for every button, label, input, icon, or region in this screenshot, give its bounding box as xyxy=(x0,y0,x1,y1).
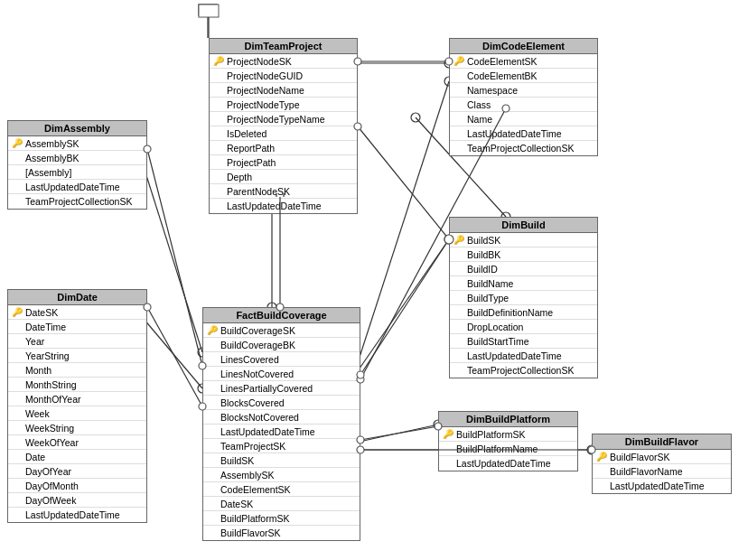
svg-line-49 xyxy=(360,239,449,375)
field-buildtype: BuildType xyxy=(450,291,597,305)
svg-line-55 xyxy=(360,426,438,440)
entity-dimbuild: DimBuild 🔑BuildSK BuildBK BuildID BuildN… xyxy=(449,217,598,378)
field-droplocation: DropLocation xyxy=(450,320,597,334)
field-reportpath: ReportPath xyxy=(210,141,357,155)
svg-line-37 xyxy=(147,149,202,366)
field-isdeleted: IsDeleted xyxy=(210,126,357,141)
field-linescovered: LinesCovered xyxy=(203,352,360,367)
field-parentnodesk: ParentNodeSK xyxy=(210,184,357,199)
field-assembly: [Assembly] xyxy=(8,165,146,180)
field-datesk-fbc: DateSK xyxy=(203,497,360,511)
field-projectnodesk: 🔑ProjectNodeSK xyxy=(210,54,357,69)
diagram-canvas: DimAssembly 🔑AssemblySK AssemblyBK [Asse… xyxy=(0,0,748,560)
entity-factbuildcoverage-header: FactBuildCoverage xyxy=(203,308,360,323)
entity-dimbuildflavor: DimBuildFlavor 🔑BuildFlavorSK BuildFlavo… xyxy=(592,434,732,494)
key-icon-date: 🔑 xyxy=(12,307,23,317)
field-buildplatformsk: 🔑BuildPlatformSK xyxy=(439,427,577,442)
field-name: Name xyxy=(450,112,597,126)
field-monthstring: MonthString xyxy=(8,378,146,392)
field-builddefinitionname: BuildDefinitionName xyxy=(450,305,597,320)
field-codeelementsk-fbc: CodeElementSK xyxy=(203,482,360,497)
field-linesnotcovered: LinesNotCovered xyxy=(203,367,360,381)
field-weekstring: WeekString xyxy=(8,421,146,435)
field-projectnodeguid: ProjectNodeGUID xyxy=(210,69,357,83)
field-teamprojectsk: TeamProjectSK xyxy=(203,439,360,453)
field-teamprojectcollectionsk-build: TeamProjectCollectionSK xyxy=(450,363,597,378)
svg-line-11 xyxy=(352,81,449,379)
field-teamprojectcollectionsk-ce: TeamProjectCollectionSK xyxy=(450,141,597,155)
field-projectnodetype: ProjectNodeType xyxy=(210,98,357,112)
field-lastupdated-bf: LastUpdatedDateTime xyxy=(593,479,731,493)
field-buildflavorsk-fbc: BuildFlavorSK xyxy=(203,526,360,540)
field-assemblybk: AssemblyBK xyxy=(8,151,146,165)
entity-dimassembly-header: DimAssembly xyxy=(8,121,146,136)
field-dayofweek: DayOfWeek xyxy=(8,493,146,508)
field-buildbk: BuildBK xyxy=(450,247,597,262)
field-blockscovered: BlocksCovered xyxy=(203,396,360,410)
field-lastupdated-bp: LastUpdatedDateTime xyxy=(439,456,577,471)
field-datetime: DateTime xyxy=(8,320,146,334)
entity-dimassembly: DimAssembly 🔑AssemblySK AssemblyBK [Asse… xyxy=(7,120,147,210)
key-icon-ce: 🔑 xyxy=(453,56,464,66)
svg-rect-31 xyxy=(199,5,219,17)
field-linespartiallycovered: LinesPartiallyCovered xyxy=(203,381,360,396)
field-buildplatformname: BuildPlatformName xyxy=(439,442,577,456)
field-lastupdateddate: LastUpdatedDateTime xyxy=(8,508,146,522)
field-lastupdated-fbc: LastUpdatedDateTime xyxy=(203,425,360,439)
entity-dimbuildplatform: DimBuildPlatform 🔑BuildPlatformSK BuildP… xyxy=(438,411,578,471)
field-lastupdated-ce: LastUpdatedDateTime xyxy=(450,126,597,141)
field-assemblysk-fbc: AssemblySK xyxy=(203,468,360,482)
field-yearstring: YearString xyxy=(8,349,146,363)
field-codeelementbk: CodeElementBK xyxy=(450,69,597,83)
field-teamprojectcollectionsk1: TeamProjectCollectionSK xyxy=(8,194,146,209)
field-date: Date xyxy=(8,450,146,464)
field-lastupdated-build: LastUpdatedDateTime xyxy=(450,349,597,363)
entity-dimdate-header: DimDate xyxy=(8,290,146,305)
svg-point-29 xyxy=(411,113,420,122)
field-datesk: 🔑DateSK xyxy=(8,305,146,320)
key-icon: 🔑 xyxy=(12,138,23,148)
field-namespace: Namespace xyxy=(450,83,597,98)
field-projectnodename: ProjectNodeName xyxy=(210,83,357,98)
entity-dimcodeelement: DimCodeElement 🔑CodeElementSK CodeElemen… xyxy=(449,38,598,156)
key-icon-project: 🔑 xyxy=(213,56,224,66)
field-dayofmonth: DayOfMonth xyxy=(8,479,146,493)
field-buildcoveragesk: 🔑BuildCoverageSK xyxy=(203,323,360,338)
entity-dimteamproject-header: DimTeamProject xyxy=(210,39,357,54)
entity-dimbuildplatform-header: DimBuildPlatform xyxy=(439,412,577,427)
field-assemblysk: 🔑AssemblySK xyxy=(8,136,146,151)
field-year: Year xyxy=(8,334,146,349)
field-blocksnotcovered: BlocksNotCovered xyxy=(203,410,360,425)
entity-dimbuildflavor-header: DimBuildFlavor xyxy=(593,434,731,450)
key-icon-fbc: 🔑 xyxy=(207,325,218,335)
entity-dimcodeelement-header: DimCodeElement xyxy=(450,39,597,54)
field-lastupdated-tp: LastUpdatedDateTime xyxy=(210,199,357,213)
field-codeelementsk: 🔑CodeElementSK xyxy=(450,54,597,69)
field-weekofyear: WeekOfYear xyxy=(8,435,146,450)
entity-dimteamproject: DimTeamProject 🔑ProjectNodeSK ProjectNod… xyxy=(209,38,358,214)
key-icon-bf: 🔑 xyxy=(596,452,607,462)
field-buildcoveragebk: BuildCoverageBK xyxy=(203,338,360,352)
svg-line-14 xyxy=(355,239,449,375)
entity-dimbuild-header: DimBuild xyxy=(450,218,597,233)
field-buildid: BuildID xyxy=(450,262,597,276)
entity-factbuildcoverage: FactBuildCoverage 🔑BuildCoverageSK Build… xyxy=(202,307,360,541)
field-monthofyear: MonthOfYear xyxy=(8,392,146,406)
field-buildsk-fbc: BuildSK xyxy=(203,453,360,468)
field-week: Week xyxy=(8,406,146,421)
field-month: Month xyxy=(8,363,146,378)
entity-dimdate: DimDate 🔑DateSK DateTime Year YearString… xyxy=(7,289,147,523)
field-class: Class xyxy=(450,98,597,112)
field-buildplatformsk-fbc: BuildPlatformSK xyxy=(203,511,360,526)
key-icon-build: 🔑 xyxy=(453,235,464,245)
svg-rect-27 xyxy=(199,5,217,15)
field-depth: Depth xyxy=(210,170,357,184)
svg-line-52 xyxy=(358,126,449,239)
field-projectpath: ProjectPath xyxy=(210,155,357,170)
field-buildsk: 🔑BuildSK xyxy=(450,233,597,247)
field-lastupdated1: LastUpdatedDateTime xyxy=(8,180,146,194)
key-icon-bp: 🔑 xyxy=(443,429,453,439)
field-buildname: BuildName xyxy=(450,276,597,291)
field-buildflavorsk: 🔑BuildFlavorSK xyxy=(593,450,731,464)
svg-line-17 xyxy=(355,425,438,443)
